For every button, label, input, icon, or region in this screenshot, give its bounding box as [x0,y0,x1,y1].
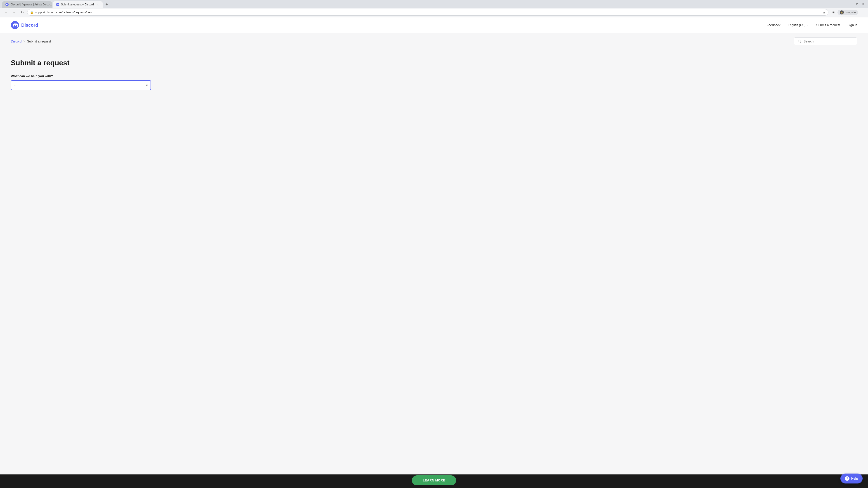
tab1-favicon [5,3,8,6]
tab2-favicon [56,3,59,6]
svg-point-1 [56,3,59,6]
browser-tab-1[interactable]: Discord | #general | Artists Disco... × [2,1,52,8]
nav-bar: ← → ↻ 🔒 ☆ ■ 🕵 Incognito ⋮ [0,8,868,17]
page-wrapper: Discord Feedback English (US) ⌄ Submit a… [0,18,868,488]
header-nav: Feedback English (US) ⌄ Submit a request… [767,23,857,27]
help-button[interactable]: ? Help [840,474,863,484]
address-bar[interactable]: 🔒 ☆ [27,9,829,15]
back-button[interactable]: ← [3,9,9,15]
breadcrumb-row: Discord > Submit a request [0,33,868,50]
svg-point-0 [5,3,8,6]
window-controls: — ◻ ✕ [849,2,866,7]
breadcrumb: Discord > Submit a request [11,39,51,43]
svg-line-4 [800,42,801,43]
incognito-label: Incognito [845,11,856,14]
help-button-icon: ? [845,476,849,481]
tab2-close[interactable]: × [96,3,99,6]
incognito-icon: 🕵 [840,10,844,14]
language-label: English (US) [788,23,806,27]
forward-button[interactable]: → [11,9,17,15]
feedback-link[interactable]: Feedback [767,23,780,27]
search-input[interactable] [804,39,849,43]
sign-in-link[interactable]: Sign in [847,23,857,27]
extensions-icon[interactable]: ■ [830,9,837,15]
logo-area[interactable]: Discord [11,21,38,29]
site-header: Discord Feedback English (US) ⌄ Submit a… [0,18,868,33]
new-tab-button[interactable]: + [103,1,110,8]
refresh-button[interactable]: ↻ [19,9,25,15]
select-wrapper: - ▾ [11,80,151,90]
tab1-label: Discord | #general | Artists Disco... [10,3,52,6]
discord-logo-svg [11,21,19,29]
browser-actions: ■ 🕵 Incognito ⋮ [830,9,865,15]
breadcrumb-separator: > [23,39,25,43]
search-box[interactable] [794,37,857,45]
minimize-button[interactable]: — [849,2,854,6]
search-icon [798,39,801,43]
submit-request-link[interactable]: Submit a request [816,23,840,27]
form-label: What can we help you with? [11,74,857,78]
close-button[interactable]: ✕ [861,2,866,6]
language-selector[interactable]: English (US) ⌄ [788,23,809,27]
bookmark-icon[interactable]: ☆ [822,10,826,14]
lock-icon: 🔒 [30,11,33,14]
learn-more-button[interactable]: LEARN MORE [412,475,456,485]
help-button-label: Help [851,477,858,480]
menu-button[interactable]: ⋮ [859,9,865,15]
tab2-label: Submit a request – Discord [61,3,94,6]
logo-text: Discord [21,23,38,28]
url-input[interactable] [35,11,820,14]
tab-bar: Discord | #general | Artists Disco... × … [0,0,868,8]
help-topic-select[interactable]: - [11,80,151,90]
incognito-badge[interactable]: 🕵 Incognito [837,10,858,15]
breadcrumb-current: Submit a request [27,39,51,43]
page-title: Submit a request [11,59,857,67]
language-chevron-icon: ⌄ [806,23,809,27]
breadcrumb-home[interactable]: Discord [11,39,22,43]
main-content: Submit a request What can we help you wi… [0,50,868,475]
restore-button[interactable]: ◻ [855,2,860,6]
browser-tab-2[interactable]: Submit a request – Discord × [53,1,103,8]
browser-chrome: Discord | #general | Artists Disco... × … [0,0,868,18]
